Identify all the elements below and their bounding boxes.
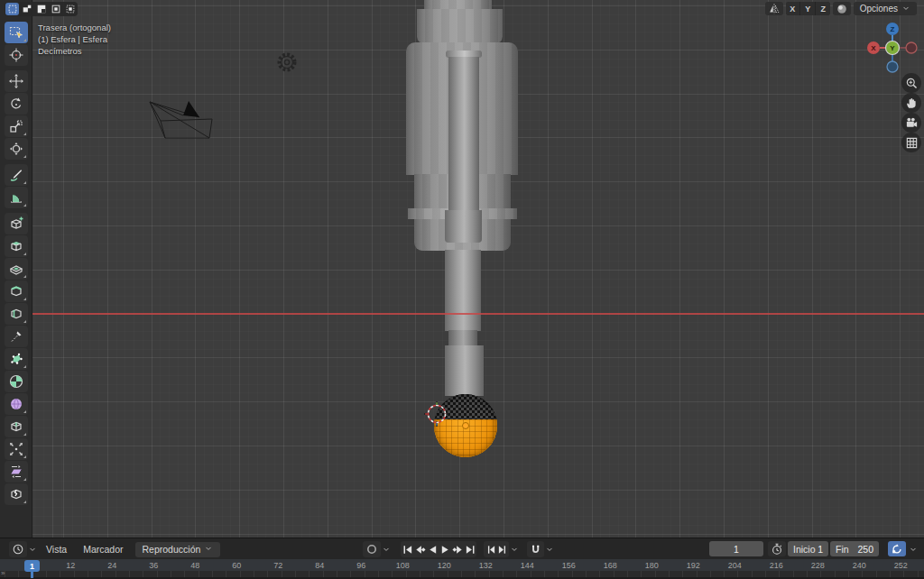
frame-tick: 252 <box>894 561 908 570</box>
frame-start-value: 1 <box>818 544 823 555</box>
tool-spin[interactable] <box>5 371 28 392</box>
selection-mode-set[interactable] <box>5 3 19 15</box>
tool-group-corner <box>23 181 26 184</box>
frame-tick: 108 <box>396 561 410 570</box>
mirror-x-toggle[interactable]: X <box>786 2 800 15</box>
tool-extrude-region[interactable] <box>5 235 28 257</box>
selection-mode-subtract[interactable] <box>34 3 48 15</box>
jump-start-button[interactable] <box>401 541 413 557</box>
chevron-down-icon[interactable] <box>509 541 520 557</box>
snap-magnet-button[interactable] <box>527 541 544 557</box>
timeline-track[interactable] <box>0 571 924 577</box>
tool-cursor[interactable] <box>5 44 28 66</box>
tool-bevel[interactable] <box>5 280 28 302</box>
tool-select-box[interactable] <box>5 22 28 43</box>
tool-group-corner <box>23 133 26 135</box>
region-expand-icon[interactable]: » <box>1 569 4 577</box>
tool-measure[interactable] <box>5 187 28 208</box>
frame-tick: 12 <box>66 561 75 570</box>
jump-end-button[interactable] <box>464 541 476 557</box>
tool-inset-faces[interactable] <box>5 258 28 280</box>
gear-object[interactable] <box>275 51 299 74</box>
next-keyframe-button[interactable] <box>451 541 464 557</box>
tool-group-corner <box>23 298 26 300</box>
selection-mode-intersect[interactable] <box>63 3 77 15</box>
mirror-z-toggle[interactable]: Z <box>817 2 830 15</box>
auto-keying-button[interactable] <box>363 541 381 557</box>
play-button[interactable] <box>439 541 451 557</box>
gizmo-x-neg-ball[interactable] <box>906 42 917 53</box>
navigation-gizmo[interactable]: Z X Y <box>864 20 920 76</box>
step-back-button[interactable] <box>484 541 496 557</box>
selection-mode-extend[interactable] <box>20 3 33 15</box>
menu-marcador[interactable]: Marcador <box>75 544 131 555</box>
options-button[interactable]: Opciones <box>854 2 917 15</box>
timeline-ruler[interactable]: 1224364860728496108120132144156168180192… <box>0 559 924 579</box>
grid-button[interactable] <box>901 133 921 152</box>
tool-loop-cut[interactable] <box>5 303 28 325</box>
x-axis-line <box>32 313 924 315</box>
chevron-down-icon[interactable] <box>27 541 38 557</box>
mirror-y-toggle[interactable]: Y <box>801 2 816 15</box>
tool-shrink-fatten[interactable] <box>5 438 28 460</box>
chevron-down-icon[interactable] <box>544 541 555 557</box>
chevron-down-icon <box>901 4 910 14</box>
frame-tick: 156 <box>562 561 576 570</box>
units-label: Decímetros <box>38 45 111 57</box>
tool-annotate[interactable] <box>5 164 28 186</box>
options-label: Opciones <box>860 4 898 14</box>
tool-rotate[interactable] <box>5 93 28 115</box>
menu-vista[interactable]: Vista <box>38 544 75 555</box>
chevron-down-icon[interactable] <box>908 541 919 557</box>
tool-move[interactable] <box>5 70 28 92</box>
playback-menu-button[interactable]: Reproducción <box>135 542 221 557</box>
playhead[interactable]: 1 <box>24 560 40 572</box>
tool-group-corner <box>23 155 26 158</box>
model-neck <box>417 9 503 44</box>
model-shaft <box>445 250 481 331</box>
step-forward-button[interactable] <box>496 541 509 557</box>
sync-button[interactable] <box>888 541 906 556</box>
pan-button[interactable] <box>901 93 921 113</box>
current-frame-field[interactable]: 1 <box>709 541 763 556</box>
gizmo-z-label: Z <box>891 25 895 33</box>
tool-poly-build[interactable] <box>5 348 28 370</box>
toolbar <box>0 0 32 538</box>
falloff-icon[interactable] <box>833 2 851 15</box>
frame-end-value: 250 <box>857 544 873 555</box>
wireframe-object[interactable] <box>143 93 218 143</box>
tool-knife[interactable] <box>5 326 28 347</box>
zoom-button[interactable] <box>901 73 921 93</box>
tool-scale[interactable] <box>5 115 28 137</box>
frame-start-field[interactable]: Inicio 1 <box>788 541 828 556</box>
frame-tick: 192 <box>687 561 700 570</box>
play-reverse-button[interactable] <box>426 541 439 557</box>
tool-shear[interactable] <box>5 461 28 482</box>
frame-tick: 240 <box>853 561 866 570</box>
playback-menu-label: Reproducción <box>143 544 201 555</box>
frame-tick: 144 <box>521 561 534 570</box>
frame-tick: 72 <box>273 561 282 570</box>
prev-keyframe-button[interactable] <box>413 541 426 557</box>
tool-group-corner <box>23 39 26 41</box>
tool-transform[interactable] <box>5 138 28 160</box>
selection-mode-invert[interactable] <box>49 3 62 15</box>
tool-group-corner <box>23 501 26 503</box>
chevron-down-icon[interactable] <box>381 541 392 557</box>
frame-end-field[interactable]: Fin 250 <box>830 541 879 556</box>
camera-button[interactable] <box>901 113 921 133</box>
frame-tick: 204 <box>728 561 742 570</box>
tool-rip-region[interactable] <box>5 483 28 505</box>
tool-group-corner <box>23 204 26 207</box>
tool-group-corner <box>23 455 26 458</box>
object-origin-dot <box>462 422 469 429</box>
editor-type-button[interactable] <box>9 541 27 557</box>
use-preview-range-button[interactable] <box>768 541 786 556</box>
tool-smooth[interactable] <box>5 393 28 415</box>
gizmo-z-neg-ball[interactable] <box>887 61 898 72</box>
mirror-icon[interactable] <box>765 2 783 15</box>
model-tube-foot <box>445 210 482 243</box>
tool-add-cube[interactable] <box>5 213 28 234</box>
tool-edge-slide[interactable] <box>5 416 28 437</box>
frame-nudge-controls <box>484 541 509 557</box>
